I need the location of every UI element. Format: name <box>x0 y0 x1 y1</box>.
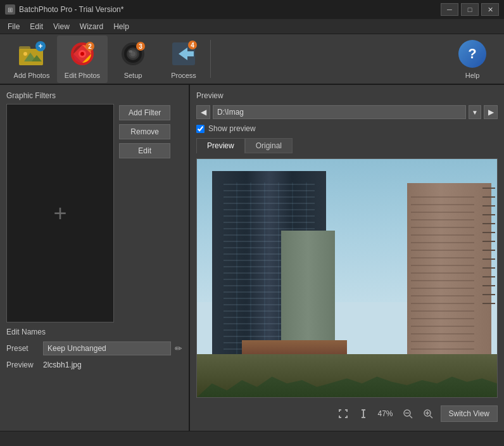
toolbar-separator <box>210 40 211 78</box>
svg-point-11 <box>80 52 84 56</box>
nav-back-button[interactable]: ◀ <box>196 105 210 119</box>
svg-text:+: + <box>38 42 42 51</box>
app-title: BatchPhoto Pro - Trial Version* <box>19 5 123 14</box>
svg-point-5 <box>23 52 27 56</box>
maximize-button[interactable]: □ <box>461 3 479 16</box>
tab-original[interactable]: Original <box>245 138 293 153</box>
menu-file[interactable]: File <box>3 21 25 32</box>
preview-filename: 2lcsbh1.jpg <box>43 360 182 369</box>
preview-image-inner <box>197 159 497 397</box>
close-button[interactable]: ✕ <box>481 3 499 16</box>
preview-tabs: Preview Original <box>196 138 498 153</box>
scaffold <box>482 183 495 312</box>
toolbar-help[interactable]: ? Help <box>447 35 498 83</box>
help-label: Help <box>465 72 480 79</box>
main-content: Graphic Filters + Add Filter Remove Edit… <box>0 85 504 431</box>
graphic-filters-section: Graphic Filters + Add Filter Remove Edit <box>6 91 182 322</box>
svg-rect-24 <box>187 51 194 56</box>
preset-select[interactable]: Keep Unchanged Custom <box>43 341 171 355</box>
svg-point-19 <box>129 50 132 53</box>
svg-text:2: 2 <box>88 43 92 50</box>
process-label: Process <box>171 72 196 79</box>
preview-image-area <box>196 158 498 398</box>
add-photos-label: Add Photos <box>14 72 50 79</box>
process-icon: 4 <box>168 39 199 69</box>
graphic-filters-label: Graphic Filters <box>6 91 182 100</box>
toolbar-setup[interactable]: 3 Setup <box>108 35 158 83</box>
toolbar-add-photos[interactable]: + Add Photos <box>6 35 57 83</box>
menu-wizard[interactable]: Wizard <box>75 21 108 32</box>
menu-view[interactable]: View <box>48 21 75 32</box>
preset-row: Preset Keep Unchanged Custom ✏ <box>6 341 182 355</box>
toolbar-edit-photos[interactable]: 2 Edit Photos <box>57 35 108 83</box>
svg-text:4: 4 <box>191 42 194 49</box>
svg-line-33 <box>430 416 432 418</box>
preview-name-row: Preview 2lcsbh1.jpg <box>6 360 182 369</box>
filters-area: + Add Filter Remove Edit <box>6 104 182 322</box>
right-panel: Preview ◀ ▼ ▶ Show preview Preview Origi… <box>190 85 504 431</box>
bottom-bar: 47% Switch View <box>196 403 498 424</box>
edit-names-label: Edit Names <box>6 328 182 336</box>
preview-section-label: Preview <box>196 91 498 100</box>
toolbar-process[interactable]: 4 Process <box>158 35 209 83</box>
remove-filter-button[interactable]: Remove <box>119 124 170 139</box>
tab-preview[interactable]: Preview <box>196 138 245 153</box>
preset-edit-icon[interactable]: ✏ <box>175 343 182 354</box>
menu-edit[interactable]: Edit <box>25 21 48 32</box>
fit-to-window-button[interactable] <box>336 406 351 421</box>
menu-bar: File Edit View Wizard Help <box>0 19 504 34</box>
preview-name-label: Preview <box>6 360 38 369</box>
help-icon: ? <box>457 39 488 69</box>
ground-area <box>197 354 497 397</box>
nav-forward-button[interactable]: ▶ <box>484 105 498 119</box>
show-preview-label[interactable]: Show preview <box>208 124 256 133</box>
edit-filter-button[interactable]: Edit <box>119 143 170 158</box>
toolbar: + Add Photos 2 Edit Photos <box>0 34 504 85</box>
show-preview-checkbox[interactable] <box>196 125 205 133</box>
preset-label: Preset <box>6 344 38 353</box>
app-icon: ⊞ <box>5 4 15 15</box>
actual-size-button[interactable] <box>356 406 371 421</box>
show-preview-row: Show preview <box>196 124 498 133</box>
zoom-level: 47% <box>376 409 395 418</box>
svg-text:3: 3 <box>139 43 142 50</box>
setup-label: Setup <box>124 72 142 79</box>
zoom-in-button[interactable] <box>420 406 436 421</box>
title-left-area: ⊞ BatchPhoto Pro - Trial Version* <box>5 4 123 15</box>
edit-photos-label: Edit Photos <box>65 72 100 79</box>
menu-help[interactable]: Help <box>108 21 134 32</box>
edit-photos-icon: 2 <box>67 39 98 69</box>
zoom-out-button[interactable] <box>400 406 415 421</box>
building-scene <box>197 159 497 397</box>
title-bar: ⊞ BatchPhoto Pro - Trial Version* ─ □ ✕ <box>0 0 504 19</box>
add-filter-button[interactable]: Add Filter <box>119 105 170 120</box>
setup-icon: 3 <box>118 39 148 69</box>
svg-line-29 <box>410 416 412 418</box>
status-bar <box>0 431 504 446</box>
filter-buttons: Add Filter Remove Edit <box>119 104 170 322</box>
add-photos-icon: + <box>16 39 47 69</box>
ground-trees <box>197 363 497 397</box>
path-dropdown-button[interactable]: ▼ <box>469 105 481 119</box>
left-panel: Graphic Filters + Add Filter Remove Edit… <box>0 85 190 431</box>
window-controls: ─ □ ✕ <box>441 3 499 16</box>
path-row: ◀ ▼ ▶ <box>196 105 498 119</box>
path-input[interactable] <box>213 105 466 119</box>
minimize-button[interactable]: ─ <box>441 3 458 16</box>
switch-view-button[interactable]: Switch View <box>441 405 498 422</box>
edit-names-section: Edit Names Preset Keep Unchanged Custom … <box>6 328 182 369</box>
filters-list: + <box>6 104 114 322</box>
add-filter-plus-icon: + <box>53 202 66 225</box>
